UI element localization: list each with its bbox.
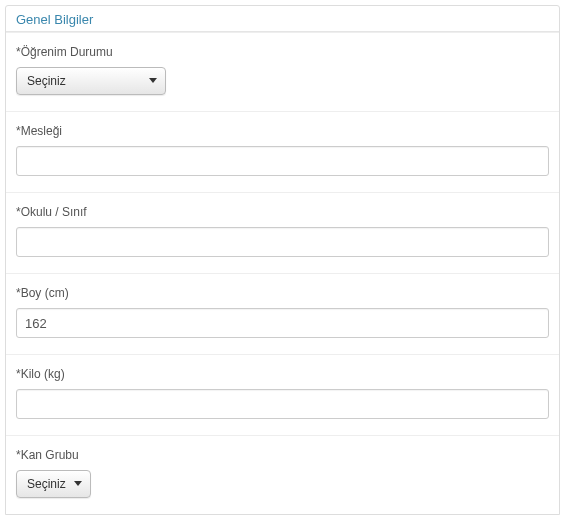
field-height: Boy (cm): [6, 273, 559, 354]
education-dropdown[interactable]: Seçiniz: [16, 67, 166, 95]
general-info-panel: Genel Bilgiler Öğrenim Durumu Seçiniz Me…: [5, 5, 560, 515]
label-blood-type: Kan Grubu: [16, 448, 549, 462]
label-profession: Mesleği: [16, 124, 549, 138]
profession-input[interactable]: [16, 146, 549, 176]
weight-input[interactable]: [16, 389, 549, 419]
blood-type-selected: Seçiniz: [27, 477, 66, 491]
education-selected: Seçiniz: [27, 74, 66, 88]
field-profession: Mesleği: [6, 111, 559, 192]
section-title: Genel Bilgiler: [6, 6, 559, 32]
label-education: Öğrenim Durumu: [16, 45, 549, 59]
height-input[interactable]: [16, 308, 549, 338]
school-class-input[interactable]: [16, 227, 549, 257]
label-height: Boy (cm): [16, 286, 549, 300]
field-education: Öğrenim Durumu Seçiniz: [6, 32, 559, 111]
label-school-class: Okulu / Sınıf: [16, 205, 549, 219]
field-weight: Kilo (kg): [6, 354, 559, 435]
field-school-class: Okulu / Sınıf: [6, 192, 559, 273]
label-weight: Kilo (kg): [16, 367, 549, 381]
blood-type-dropdown[interactable]: Seçiniz: [16, 470, 91, 498]
field-blood-type: Kan Grubu Seçiniz: [6, 435, 559, 514]
caret-down-icon: [149, 78, 157, 84]
caret-down-icon: [74, 481, 82, 487]
